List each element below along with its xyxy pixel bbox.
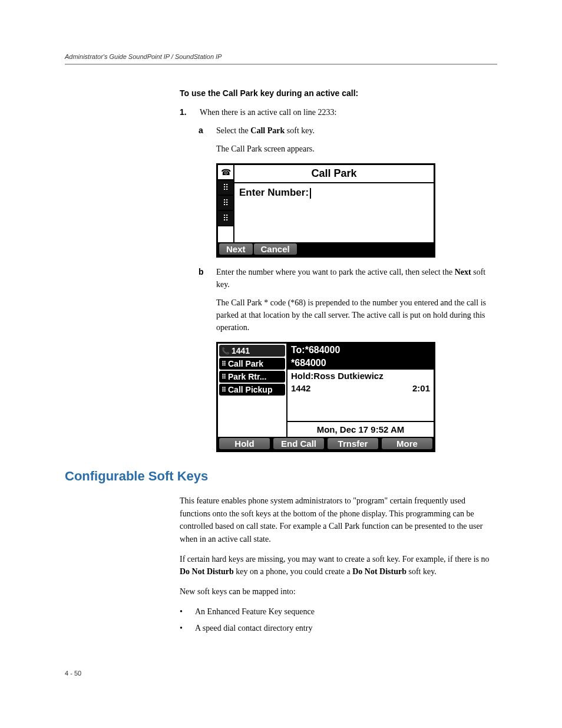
softkey-cancel[interactable]: Cancel: [254, 243, 297, 255]
substep-body: Select the Call Park soft key.: [216, 124, 497, 137]
substep-marker: b: [199, 266, 207, 291]
datetime: Mon, Dec 17 9:52 AM: [287, 422, 434, 437]
text-cursor: [310, 188, 311, 199]
softkey-more[interactable]: More: [382, 438, 432, 449]
softkey-bar: Hold End Call Trnsfer More: [218, 437, 434, 450]
softkey-park-rtr[interactable]: ⠿Park Rtr...: [219, 371, 285, 383]
grid-icon: ⠿: [222, 373, 226, 381]
substep-body: Enter the number where you want to park …: [216, 266, 497, 291]
feature-key-sidebar: 📞1441 ⠿Call Park ⠿Park Rtr... ⠿Call Pick…: [218, 344, 287, 437]
page-header: Administrator's Guide SoundPoint IP / So…: [65, 53, 497, 65]
grid-icon: ⠿: [222, 360, 226, 368]
prompt-label: Enter Number:: [239, 187, 309, 198]
softkey-next[interactable]: Next: [219, 243, 253, 255]
grid-icon: ⠿: [222, 386, 226, 394]
line-key-1441[interactable]: 📞1441: [219, 345, 285, 357]
softkey-hold[interactable]: Hold: [219, 438, 270, 449]
key-icon: ⠿: [218, 180, 233, 196]
phone-line-sidebar: ☎ ⠿ ⠿ ⠿: [218, 165, 234, 242]
substep-b: b Enter the number where you want to par…: [199, 266, 497, 291]
paragraph: If certain hard keys are missing, you ma…: [180, 553, 497, 578]
bullet-icon: •: [180, 605, 186, 618]
step-text: When there is an active call on line 223…: [200, 106, 336, 118]
bullet-text: A speed dial contact directory entry: [195, 622, 312, 635]
call-number-line: *684000: [287, 357, 434, 370]
bullet-item: • An Enhanced Feature Key sequence: [180, 605, 497, 618]
substep-a: a Select the Call Park soft key.: [199, 124, 497, 137]
step-marker: 1.: [180, 106, 190, 118]
sidebar-filler: [218, 226, 233, 242]
handset-icon: 📞: [222, 347, 230, 355]
section-heading-configurable-soft-keys: Configurable Soft Keys: [65, 469, 497, 484]
substep-a-followup: The Call Park screen appears.: [216, 143, 497, 155]
phone-screen-call-park: ☎ ⠿ ⠿ ⠿ Call Park Enter Number: Next Can…: [216, 163, 435, 258]
bullet-item: • A speed dial contact directory entry: [180, 622, 497, 635]
bullet-text: An Enhanced Feature Key sequence: [195, 605, 315, 618]
ext-duration-row: 1442 2:01: [287, 382, 434, 394]
extension: 1442: [291, 383, 310, 393]
key-icon: ⠿: [218, 211, 233, 226]
call-to-line: To:*684000: [287, 344, 434, 357]
softkey-call-park[interactable]: ⠿Call Park: [219, 358, 285, 370]
screen-body: Enter Number:: [234, 183, 434, 242]
paragraph: This feature enables phone system admini…: [180, 495, 497, 546]
page-number: 4 - 50: [65, 670, 497, 677]
screen-title: Call Park: [234, 165, 434, 183]
phone-screen-active-call: 📞1441 ⠿Call Park ⠿Park Rtr... ⠿Call Pick…: [216, 342, 435, 452]
substep-marker: a: [199, 124, 207, 137]
bullet-icon: •: [180, 622, 186, 635]
hold-name: Hold:Ross Dutkiewicz: [287, 370, 434, 382]
procedure-heading: To use the Call Park key during an activ…: [180, 88, 497, 98]
softkey-end-call[interactable]: End Call: [273, 438, 324, 449]
softkey-bar: Next Cancel: [218, 242, 434, 256]
duration: 2:01: [412, 383, 430, 393]
step-1: 1. When there is an active call on line …: [180, 106, 497, 118]
line-icon: ☎: [218, 165, 233, 180]
softkey-trnsfer[interactable]: Trnsfer: [328, 438, 378, 449]
key-icon: ⠿: [218, 196, 233, 211]
softkey-call-pickup[interactable]: ⠿Call Pickup: [219, 384, 285, 396]
substep-b-followup: The Call Park * code (*68) is prepended …: [216, 297, 497, 334]
paragraph: New soft keys can be mapped into:: [180, 585, 497, 598]
